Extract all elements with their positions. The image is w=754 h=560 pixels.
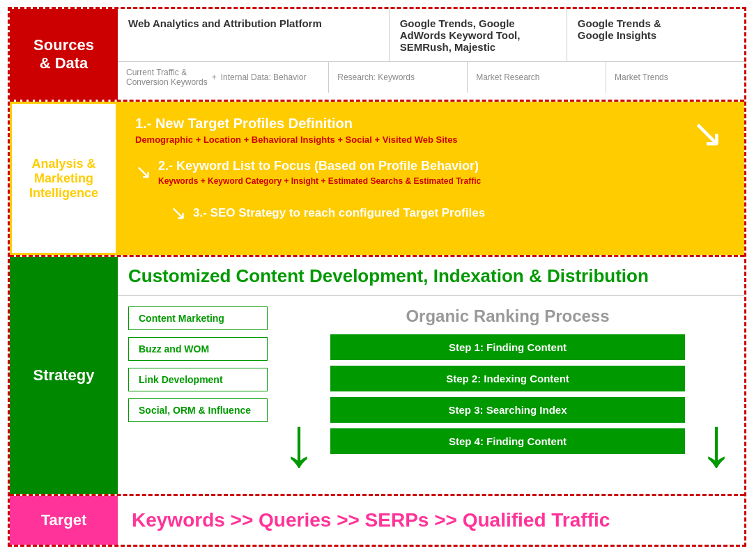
sources-traffic-keywords: Current Traffic &Conversion Keywords + I… <box>118 62 329 93</box>
strategy-left-items: Content Marketing Buzz and WOM Link Deve… <box>128 306 268 483</box>
strategy-link-development: Link Development <box>128 368 268 391</box>
indent-arrow-2-icon: ↘ <box>170 201 186 224</box>
sources-google-insights: Google Trends &Google Insights <box>567 9 744 61</box>
sources-web-analytics: Web Analytics and Attribution Platform <box>118 9 390 61</box>
strategy-content-marketing: Content Marketing <box>128 306 268 330</box>
strategy-main: Content Marketing Buzz and WOM Link Deve… <box>118 296 744 494</box>
analysis-item1: 1.- New Target Profiles Definition <box>135 116 727 132</box>
strategy-right-content: Organic Ranking Process Step 1: Finding … <box>330 306 685 483</box>
plus-sign: + <box>212 72 217 82</box>
analysis-label: Analysis &MarketingIntelligence <box>10 102 118 255</box>
main-diagram: Sources& Data Web Analytics and Attribut… <box>8 7 746 547</box>
target-keywords-text: Keywords >> Queries >> SERPs >> Qualifie… <box>132 509 610 531</box>
sources-research-keywords: Research: Keywords <box>329 62 468 93</box>
strategy-banner-text: Customized Content Development, Indexati… <box>128 265 734 287</box>
strategy-row: Strategy Customized Content Development,… <box>10 257 744 496</box>
analysis-row: Analysis &MarketingIntelligence ↘ 1.- Ne… <box>10 102 744 257</box>
strategy-social-orm: Social, ORM & Influence <box>128 398 268 422</box>
sources-top-row: Web Analytics and Attribution Platform G… <box>118 9 744 62</box>
strategy-right-arrow-container: ↓ <box>699 306 734 483</box>
internal-data-label: Internal Data: Behavior <box>221 72 307 82</box>
analysis-item2-sub: Keywords + Keyword Category + Insight + … <box>158 176 481 186</box>
strategy-middle-arrow: ↓ <box>282 306 316 483</box>
step-2: Step 2: Indexing Content <box>330 366 685 391</box>
sources-label: Sources& Data <box>10 9 118 100</box>
diagonal-arrow-icon: ↘ <box>691 114 723 153</box>
target-label: Target <box>10 496 118 545</box>
strategy-buzz-wom: Buzz and WOM <box>128 337 268 361</box>
analysis-item1-sub: Demographic + Location + Behavioral Insi… <box>135 134 727 145</box>
indent-arrow-1-icon: ↘ <box>135 160 151 183</box>
down-arrow-icon: ↓ <box>282 407 316 476</box>
sources-google-tools: Google Trends, Google AdWords Keyword To… <box>390 9 567 61</box>
strategy-label: Strategy <box>10 257 118 494</box>
step-list: Step 1: Finding Content Step 2: Indexing… <box>330 334 685 454</box>
organic-ranking-title: Organic Ranking Process <box>330 306 685 326</box>
analysis-item3: 3.- SEO Strategy to reach configured Tar… <box>193 206 485 220</box>
target-content: Keywords >> Queries >> SERPs >> Qualifie… <box>118 496 744 545</box>
strategy-content: Customized Content Development, Indexati… <box>118 257 744 494</box>
strategy-banner: Customized Content Development, Indexati… <box>118 257 744 296</box>
sources-row: Sources& Data Web Analytics and Attribut… <box>10 9 744 102</box>
step-3: Step 3: Searching Index <box>330 397 685 423</box>
target-row: Target Keywords >> Queries >> SERPs >> Q… <box>10 496 744 545</box>
sources-market-research: Market Research <box>468 62 606 93</box>
sources-bottom-row: Current Traffic &Conversion Keywords + I… <box>118 62 744 93</box>
analysis-item2: 2.- Keyword List to Focus (Based on Prof… <box>158 159 481 173</box>
sources-market-trends: Market Trends <box>606 62 744 93</box>
strategy-right-down-arrow-icon: ↓ <box>699 407 734 476</box>
sources-content: Web Analytics and Attribution Platform G… <box>118 9 744 100</box>
step-1: Step 1: Finding Content <box>330 334 685 360</box>
traffic-label: Current Traffic &Conversion Keywords <box>126 68 208 87</box>
analysis-content: ↘ 1.- New Target Profiles Definition Dem… <box>118 102 744 255</box>
step-4: Step 4: Finding Content <box>330 428 685 454</box>
